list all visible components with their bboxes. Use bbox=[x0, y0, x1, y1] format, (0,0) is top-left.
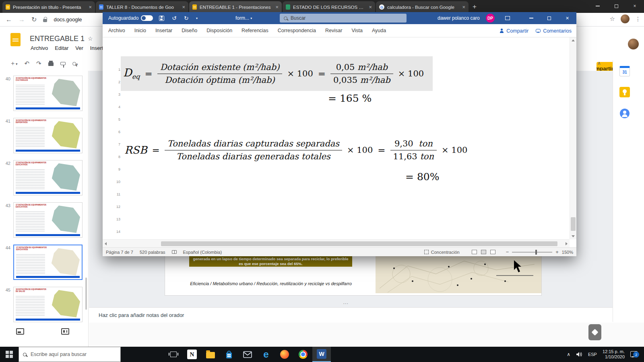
tab-close-icon[interactable]: × bbox=[462, 4, 465, 10]
slide-thumbnail[interactable]: 17 DOTACIÓN DE EQUIPAMIENTOS EDUCATIVOS bbox=[13, 160, 83, 195]
edge-button[interactable]: e bbox=[257, 347, 275, 362]
chrome-close-button[interactable]: × bbox=[625, 0, 644, 12]
speaker-icon[interactable] bbox=[576, 352, 582, 357]
chrome-button[interactable] bbox=[294, 347, 312, 362]
star-favorite-icon[interactable]: ☆ bbox=[88, 35, 93, 42]
language-indicator[interactable]: Español (Colombia) bbox=[183, 250, 222, 255]
taskbar-clock[interactable]: 12:15 p. m. 1/10/2020 bbox=[603, 349, 625, 360]
ribbon-tab[interactable]: Archivo bbox=[108, 28, 125, 33]
language-indicator[interactable]: ESP bbox=[588, 352, 597, 357]
speaker-notes-area[interactable]: Haz clic para añadir notas del orador bbox=[89, 307, 644, 323]
tab-close-icon[interactable]: × bbox=[182, 4, 185, 10]
equation-1-result[interactable]: = 165 % bbox=[328, 93, 372, 104]
horizontal-scroll-thumb[interactable] bbox=[161, 241, 557, 246]
slide-thumbnail[interactable]: 18 DOTACIÓN DE EQUIPAMIENTOS DE SALUD bbox=[13, 287, 83, 322]
horizontal-scrollbar[interactable] bbox=[103, 239, 570, 247]
grid-view-icon[interactable] bbox=[61, 328, 69, 335]
calendar-icon[interactable]: 31 bbox=[619, 66, 630, 76]
browser-tab[interactable]: ESTADO DE LOS RECURSOS NAT × bbox=[283, 1, 375, 13]
slides-doc-title[interactable]: ENTREGABLE 1 bbox=[30, 35, 85, 43]
word-comments-button[interactable]: Comentarios bbox=[536, 28, 572, 34]
print-layout-icon[interactable] bbox=[481, 250, 486, 254]
equation-2-result[interactable]: = 80% bbox=[405, 171, 439, 183]
equation-block-1[interactable]: Deq = Dotación existente (m²/hab) Dotaci… bbox=[121, 56, 433, 91]
notion-taskbar-button[interactable]: N bbox=[183, 347, 201, 362]
chrome-maximize-button[interactable] bbox=[607, 0, 625, 12]
mail-button[interactable] bbox=[238, 347, 257, 362]
vertical-scrollbar[interactable] bbox=[570, 37, 576, 239]
zoom-select-icon[interactable]: ▾ bbox=[72, 60, 78, 67]
scroll-up-icon[interactable] bbox=[572, 39, 575, 41]
zoom-out-icon[interactable]: − bbox=[506, 249, 509, 255]
slides-menu-item[interactable]: Archivo bbox=[31, 45, 48, 51]
word-share-button[interactable]: Compartir bbox=[500, 28, 528, 34]
user-name[interactable]: dawer polanco caro bbox=[438, 12, 480, 24]
scroll-left-icon[interactable] bbox=[105, 242, 107, 245]
slides-logo-icon[interactable] bbox=[10, 33, 21, 46]
slide-caption[interactable]: Eficiencia / Metabolismo urbano / Reducc… bbox=[190, 281, 352, 286]
word-minimize-button[interactable] bbox=[522, 12, 540, 24]
zoom-in-icon[interactable]: + bbox=[555, 249, 559, 255]
ribbon-tab[interactable]: Disposición bbox=[206, 28, 232, 33]
ribbon-tab[interactable]: Inicio bbox=[134, 28, 146, 33]
ribbon-tab[interactable]: Revisar bbox=[325, 28, 342, 33]
quick-access-caret-icon[interactable]: ▾ bbox=[196, 12, 198, 24]
slide-thumbnail-selected[interactable]: 17 DOTACIÓN DE EQUIPAMIENTOS EDUCATIVOS bbox=[13, 245, 83, 280]
zoom-level[interactable]: 150% bbox=[562, 250, 573, 255]
word-close-button[interactable]: × bbox=[558, 12, 576, 24]
tray-expand-icon[interactable]: ∧ bbox=[567, 352, 570, 357]
read-mode-icon[interactable] bbox=[472, 250, 477, 254]
store-button[interactable] bbox=[220, 347, 238, 362]
vertical-scroll-thumb[interactable] bbox=[571, 217, 576, 231]
task-view-button[interactable] bbox=[164, 347, 183, 362]
user-avatar[interactable]: DP bbox=[486, 12, 495, 24]
tab-close-icon[interactable]: × bbox=[89, 4, 92, 10]
filmstrip-view-icon[interactable] bbox=[16, 328, 24, 335]
contacts-icon[interactable] bbox=[620, 109, 630, 118]
word-count[interactable]: 520 palabras bbox=[140, 250, 165, 255]
ribbon-tab[interactable]: Ayuda bbox=[372, 28, 386, 33]
address-url[interactable]: docs.google bbox=[54, 16, 82, 23]
browser-menu-icon[interactable]: ⋮ bbox=[635, 16, 641, 22]
ribbon-tab[interactable]: Insertar bbox=[155, 28, 172, 33]
forward-icon[interactable]: → bbox=[19, 16, 25, 23]
slide-map-image[interactable] bbox=[376, 256, 541, 293]
tab-close-icon[interactable]: × bbox=[275, 4, 279, 10]
undo-icon[interactable]: ↺ bbox=[172, 12, 177, 24]
autosave-toggle[interactable] bbox=[141, 12, 153, 24]
ribbon-tab[interactable]: Vista bbox=[351, 28, 363, 33]
padlock-icon[interactable] bbox=[43, 19, 47, 22]
firefox-button[interactable] bbox=[275, 347, 294, 362]
file-explorer-button[interactable] bbox=[201, 347, 220, 362]
undo-icon[interactable]: ↶ bbox=[25, 60, 30, 67]
slide-thumbnail[interactable]: 17 DOTACIÓN DE EQUIPAMIENTOS EDUCATIVOS bbox=[13, 202, 83, 238]
slide-thumbnail[interactable]: 16 DOTACIÓN DE EQUIPAMIENTOS DEPORTIVOS bbox=[13, 118, 83, 153]
chrome-minimize-button[interactable] bbox=[588, 0, 607, 12]
action-center-button[interactable]: 2 bbox=[630, 350, 640, 359]
document-name[interactable]: form... ▾ bbox=[235, 12, 252, 24]
back-icon[interactable]: ← bbox=[6, 16, 12, 23]
ribbon-tab[interactable]: Correspondencia bbox=[278, 28, 316, 33]
browser-tab[interactable]: Presentación sin título - Presenta × bbox=[2, 1, 95, 13]
zoom-slider[interactable] bbox=[512, 252, 552, 253]
taskbar-search-input[interactable]: Escribe aquí para buscar bbox=[19, 347, 121, 362]
scroll-down-icon[interactable] bbox=[572, 235, 575, 237]
slides-user-avatar[interactable] bbox=[628, 39, 639, 49]
notes-resize-handle[interactable]: ⋯ bbox=[343, 300, 349, 306]
ribbon-tab[interactable]: Diseño bbox=[182, 28, 197, 33]
slide-highlight-box[interactable]: generada en un lapso de tiempo determina… bbox=[189, 256, 352, 267]
slide-thumbnail[interactable]: 15 DOTACIÓN DE EQUIPAMIENTOS CULTURALES bbox=[13, 76, 83, 111]
browser-tab[interactable]: G calculadora - Buscar con Google × bbox=[376, 1, 469, 13]
bookmark-star-icon[interactable]: ☆ bbox=[610, 15, 615, 23]
redo-icon[interactable]: ↷ bbox=[36, 60, 41, 67]
page-indicator[interactable]: Página 7 de 7 bbox=[106, 250, 133, 255]
slides-menu-item[interactable]: Ver bbox=[75, 45, 83, 51]
focus-mode-button[interactable]: Concentración bbox=[424, 250, 460, 255]
slide-visible-area[interactable]: generada en un lapso de tiempo determina… bbox=[165, 256, 541, 295]
paint-format-icon[interactable] bbox=[60, 62, 66, 65]
equation-block-2[interactable]: RSB = Toneladas diarias capturadas separ… bbox=[122, 136, 484, 164]
web-layout-icon[interactable] bbox=[490, 250, 495, 254]
browser-tab-active[interactable]: ENTREGABLE 1 - Presentaciones × bbox=[189, 1, 282, 13]
ribbon-tab[interactable]: Referencias bbox=[242, 28, 268, 33]
browser-profile-avatar[interactable] bbox=[621, 14, 630, 23]
